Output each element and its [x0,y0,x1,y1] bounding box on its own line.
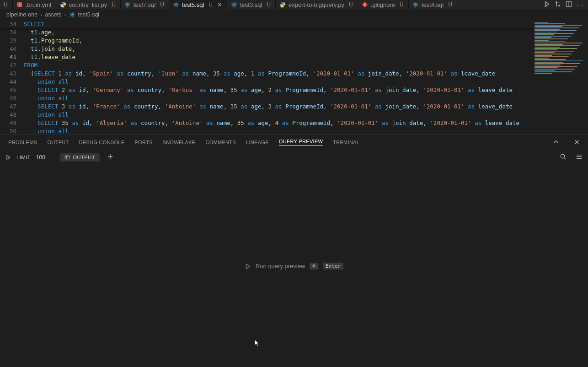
query-preview-body: Run query preview ⌘ Enter [0,165,588,367]
svg-line-35 [564,157,566,159]
snowflake-icon [231,1,237,8]
search-icon[interactable] [560,153,567,162]
kbd-cmd: ⌘ [310,263,318,270]
code-line[interactable]: FROM [24,61,588,70]
svg-rect-29 [65,156,69,159]
vcs-status-badge: U [448,1,452,8]
play-icon [245,263,251,270]
panel-tab-output[interactable]: OUTPUT [48,140,69,145]
run-query-hint[interactable]: Run query preview ⌘ Enter [245,263,343,270]
vcs-status-badge: U [112,1,116,8]
sticky-scroll[interactable]: 34 SELECT [0,20,588,28]
breadcrumb-part[interactable]: test5.sql [78,11,100,18]
run-icon[interactable] [544,1,550,9]
query-preview-toolbar: LIMIT OUTPUT [0,150,588,165]
line-number: 34 [0,20,24,28]
vcs-status-badge: U [267,1,271,8]
tab-label: test7.sql [134,1,155,8]
editor-tab[interactable]: country_list.pyU [56,0,121,9]
run-button[interactable] [5,155,11,160]
code-line[interactable]: t1.leave_date [24,53,588,61]
code-line[interactable]: SELECT 2 as id, 'Germany' as country, 'M… [24,86,588,94]
editor-tabbar: UY.bruin.ymlcountry_list.pyUtest7.sqlUte… [0,0,588,9]
vcs-status-badge: U [349,1,353,8]
code-line[interactable]: t1.ProgrammeId, [24,37,588,45]
list-icon[interactable] [576,153,583,162]
yaml-icon: Y [16,1,23,8]
code-line[interactable]: t1.age, [24,28,588,37]
editor-tab[interactable]: test4.sqlU [409,0,457,9]
editor-tab[interactable]: test7.sqlU [121,0,169,9]
run-query-hint-text: Run query preview [256,263,305,270]
bottom-panel: PROBLEMSOUTPUTDEBUG CONSOLEPORTSSNOWFLAK… [0,135,588,367]
code-line[interactable]: (SELECT 1 as id, 'Spain' as country, 'Ju… [24,70,588,78]
chevron-right-icon: › [64,11,66,18]
split-editor-icon[interactable] [566,1,572,9]
panel-tabbar: PROBLEMSOUTPUTDEBUG CONSOLEPORTSSNOWFLAK… [0,135,588,150]
output-tab-label: OUTPUT [73,155,95,160]
panel-tab-query-preview[interactable]: QUERY PREVIEW [279,139,323,146]
code-line[interactable]: union all [24,111,588,119]
chevron-right-icon: › [40,11,42,18]
gutter: 38394041424344454647484950 [0,20,24,135]
editor-tab[interactable]: export-to-bigquery.pyU [276,0,358,9]
tab-label: test3.sql [240,1,262,8]
python-icon [60,1,66,8]
code-line[interactable]: SELECT 35 as id, 'Algeria' as country, '… [24,119,588,127]
add-tab-button[interactable] [105,152,115,162]
panel-tab-debug-console[interactable]: DEBUG CONSOLE [79,140,125,145]
breadcrumb-part[interactable]: assets [45,11,61,18]
panel-tab-problems[interactable]: PROBLEMS [8,140,37,145]
breadcrumb[interactable]: pipeline-one › assets › test5.sql [0,9,588,20]
mouse-cursor-icon [254,339,261,347]
panel-tab-lineage[interactable]: LINEAGE [246,140,269,145]
snowflake-icon [412,1,419,8]
snowflake-icon [124,1,131,8]
tab-label: .bruin.yml [26,1,51,8]
vcs-status-badge: U [208,1,213,8]
tab-label: export-to-bigquery.py [289,1,344,8]
panel-tab-comments[interactable]: COMMENTS [205,140,236,145]
breadcrumb-part[interactable]: pipeline-one [6,11,37,18]
panel-tab-snowflake[interactable]: SNOWFLAKE [163,140,196,145]
kbd-enter: Enter [323,263,343,270]
editor-tab[interactable]: test5.sqlU✕ [169,0,227,9]
code-line[interactable]: union all [24,127,588,135]
vcs-status-badge: U [4,1,8,8]
tab-label: test5.sql [182,1,204,8]
code-editor[interactable]: 34 SELECT 38394041424344454647484950 t1.… [0,20,588,135]
tab-label: country_list.py [69,1,107,8]
code-line[interactable]: t1.join_date, [24,45,588,53]
code-line[interactable]: union all [24,78,588,86]
close-panel-icon[interactable] [574,139,580,146]
tab-label: test4.sql [422,1,444,8]
editor-tab[interactable]: .gitignoreU [358,0,409,9]
chevron-up-icon[interactable] [553,139,559,146]
code-line[interactable]: union all [24,94,588,103]
vcs-status-badge: U [400,1,404,8]
git-icon [362,1,368,8]
code-line[interactable]: SELECT 3 as id, 'France' as country, 'An… [24,103,588,111]
svg-text:Y: Y [19,4,21,6]
close-icon[interactable]: ✕ [217,1,222,8]
tab-label: .gitignore [371,1,395,8]
compare-icon[interactable] [555,1,561,9]
output-tab-button[interactable]: OUTPUT [60,153,100,162]
python-icon [279,1,286,8]
code-area[interactable]: t1.age, t1.ProgrammeId, t1.join_date, t1… [24,20,588,135]
minimap[interactable] [533,21,588,75]
editor-tab[interactable]: Y.bruin.yml [13,0,56,9]
vcs-status-badge: U [160,1,164,8]
svg-point-34 [561,154,564,158]
snowflake-icon [173,1,179,8]
editor-tab[interactable]: U [0,0,13,9]
panel-tab-ports[interactable]: PORTS [134,140,152,145]
more-icon[interactable]: ··· [577,1,584,8]
limit-input[interactable] [36,154,54,161]
editor-tab[interactable]: test3.sqlU [227,0,276,9]
snowflake-icon [69,11,75,18]
limit-label: LIMIT [16,155,31,160]
panel-tab-terminal[interactable]: TERMINAL [333,140,359,145]
